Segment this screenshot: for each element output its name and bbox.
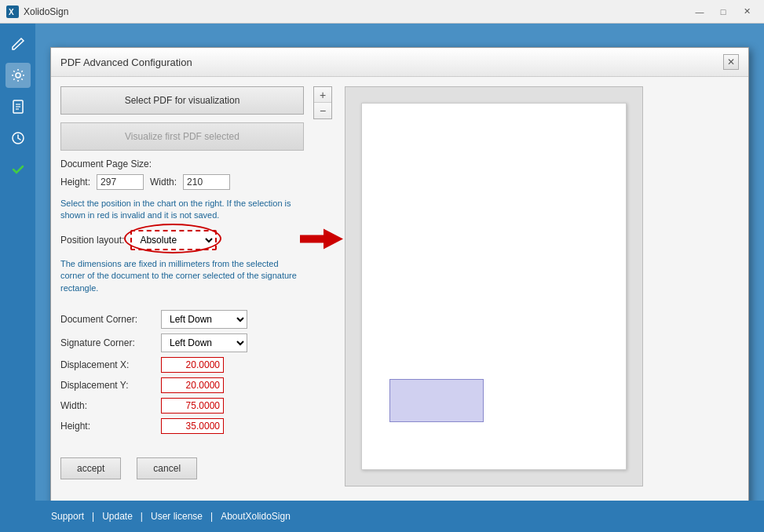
sidebar-icon-clock[interactable] [5, 126, 31, 151]
document-corner-row: Document Corner: Left Down Left Up Right… [60, 310, 304, 329]
svg-point-1 [16, 73, 20, 78]
dialog-body: Select PDF for visualization Visualize f… [51, 77, 748, 532]
select-pdf-button[interactable]: Select PDF for visualization [60, 86, 304, 115]
app-icon: X [6, 5, 19, 18]
main-content: PDF Advanced Configuration ✕ Select PDF … [35, 24, 764, 532]
sidebar [0, 24, 35, 532]
height-field-input[interactable] [161, 418, 224, 434]
position-layout-label: Position layout: [60, 235, 124, 246]
width-input[interactable] [183, 174, 230, 190]
position-layout-select[interactable]: Absolute Relative Manual [130, 230, 217, 250]
position-layout-selector: Absolute Relative Manual [130, 230, 217, 250]
position-layout-row: Position layout: Absolute Relative Manua… [60, 230, 304, 250]
width-field-row: Width: [60, 398, 304, 414]
dialog-overlay: PDF Advanced Configuration ✕ Select PDF … [35, 39, 764, 501]
title-bar: X XolidoSign — □ ✕ [0, 0, 764, 24]
dialog-close-button[interactable]: ✕ [723, 54, 739, 70]
cancel-button[interactable]: cancel [137, 457, 197, 479]
status-bar: Support | Update | User license | AboutX… [35, 501, 764, 532]
displacement-y-label: Displacement Y: [60, 380, 155, 391]
displacement-x-input[interactable] [161, 357, 224, 373]
signature-corner-select[interactable]: Left Down Left Up Right Down Right Up [161, 333, 247, 352]
displacement-x-label: Displacement X: [60, 359, 155, 370]
signature-box [389, 379, 484, 422]
signature-corner-label: Signature Corner: [60, 337, 155, 348]
app-body: PDF Advanced Configuration ✕ Select PDF … [0, 24, 764, 532]
displacement-y-row: Displacement Y: [60, 377, 304, 393]
doc-page-size-label: Document Page Size: [60, 159, 304, 169]
app-title: XolidoSign [24, 6, 689, 17]
zoom-in-button[interactable]: + [314, 87, 331, 103]
user-license-link[interactable]: User license [151, 511, 203, 522]
minimize-button[interactable]: — [689, 3, 711, 20]
update-link[interactable]: Update [102, 511, 133, 522]
height-field-row: Height: [60, 418, 304, 434]
dialog-footer: accept cancel [60, 457, 304, 489]
corner-section: Document Corner: Left Down Left Up Right… [60, 310, 304, 434]
document-corner-select[interactable]: Left Down Left Up Right Down Right Up [161, 310, 247, 329]
pdf-canvas [345, 86, 643, 486]
left-panel: Select PDF for visualization Visualize f… [60, 86, 304, 523]
sidebar-icon-edit[interactable] [5, 31, 31, 56]
sep1: | [92, 511, 94, 522]
dialog-title: PDF Advanced Configuration [60, 56, 192, 68]
height-field-label: Height: [60, 421, 155, 432]
width-field-label: Width: [60, 400, 155, 411]
window-controls: — □ ✕ [689, 3, 758, 20]
zoom-controls: + − [313, 86, 332, 119]
position-description: The dimensions are fixed in millimeters … [60, 258, 304, 294]
height-input[interactable] [97, 174, 144, 190]
width-label: Width: [150, 177, 177, 188]
sidebar-icon-settings[interactable] [5, 63, 31, 88]
displacement-y-input[interactable] [161, 377, 224, 393]
signature-corner-row: Signature Corner: Left Down Left Up Righ… [60, 333, 304, 352]
svg-text:X: X [9, 8, 14, 16]
sidebar-icon-document[interactable] [5, 94, 31, 119]
width-field-input[interactable] [161, 398, 224, 414]
document-page-size-group: Document Page Size: Height: Width: [60, 159, 304, 190]
hint-text: Select the position in the chart on the … [60, 198, 304, 222]
pdf-advanced-config-dialog: PDF Advanced Configuration ✕ Select PDF … [50, 47, 749, 532]
sep3: | [210, 511, 213, 522]
page-size-inputs: Height: Width: [60, 174, 304, 190]
displacement-x-row: Displacement X: [60, 357, 304, 373]
close-button[interactable]: ✕ [736, 3, 758, 20]
right-panel: + − [313, 86, 739, 523]
height-label: Height: [60, 177, 90, 188]
visualize-pdf-button: Visualize first PDF selected [60, 122, 304, 151]
document-corner-label: Document Corner: [60, 314, 155, 325]
sep2: | [141, 511, 143, 522]
sidebar-icon-check[interactable] [5, 157, 31, 182]
zoom-out-button[interactable]: − [314, 103, 331, 118]
dialog-titlebar: PDF Advanced Configuration ✕ [51, 48, 748, 77]
pdf-page [361, 103, 627, 470]
accept-button[interactable]: accept [60, 457, 121, 479]
about-link[interactable]: AboutXolidoSign [221, 511, 291, 522]
maximize-button[interactable]: □ [712, 3, 734, 20]
support-link[interactable]: Support [51, 511, 84, 522]
